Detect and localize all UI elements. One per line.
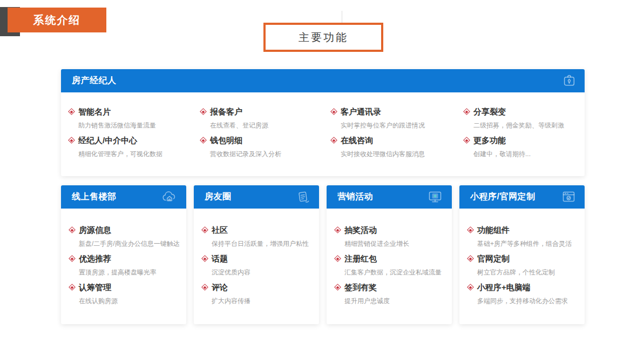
card-agent-header: 房产经纪人 xyxy=(61,69,585,92)
feature-title: 客户通讯录 xyxy=(341,106,425,117)
feature-desc: 精细营销促进企业增长 xyxy=(344,239,409,248)
diamond-bullet-icon xyxy=(467,255,474,262)
card-friends-circle-title: 房友圈 xyxy=(205,191,232,203)
feature-desc: 助力销售激活微信海量流量 xyxy=(78,121,156,130)
feature-title: 官网定制 xyxy=(477,253,555,264)
diamond-bullet-icon xyxy=(334,284,341,291)
diamond-bullet-icon xyxy=(68,108,75,115)
feature-item: 在线咨询 实时接收处理微信内客服消息 xyxy=(331,135,464,158)
feature-item: 优选推荐 置顶房源，提高楼盘曝光率 xyxy=(69,253,181,277)
feature-desc: 精细化管理客户，可视化数据 xyxy=(78,150,162,158)
card-sales-office-header: 线上售楼部 xyxy=(61,185,186,209)
feature-title: 更多功能 xyxy=(473,135,531,145)
feature-title: 功能组件 xyxy=(477,225,572,235)
section-title-box: 主要功能 xyxy=(263,23,383,52)
card-agent-title: 房产经纪人 xyxy=(72,75,117,86)
feature-title: 经纪人/中介中心 xyxy=(78,135,162,145)
diamond-bullet-icon xyxy=(200,137,207,144)
card-miniprogram: 小程序/官网定制 功能组件 基础+房产等多种组件，组 xyxy=(459,185,585,324)
feature-title: 报备客户 xyxy=(210,106,268,117)
feature-desc: 沉淀优质内容 xyxy=(212,268,250,277)
card-marketing-title: 营销活动 xyxy=(337,191,373,203)
diamond-bullet-icon xyxy=(330,108,337,115)
feature-desc: 实时掌控每位客户的跟进情况 xyxy=(341,121,425,130)
badge-icon xyxy=(562,74,576,88)
feature-item: 认筹管理 在线认购房源 xyxy=(69,282,181,305)
feature-desc: 多端同步，支持移动化办公需求 xyxy=(477,297,568,305)
card-agent-body: 智能名片 助力销售激活微信海量流量 经纪人/中介中心 精细化管理客户，可视化数据… xyxy=(61,92,585,176)
feature-desc: 扩大内容传播 xyxy=(212,297,250,305)
feature-desc: 保持平台日活跃量，增强用户粘性 xyxy=(212,239,309,248)
card-friends-circle: 房友圈 社区 保持平台日活跃量，增强用户粘性 xyxy=(194,185,319,324)
title-decor-line xyxy=(342,11,342,24)
diamond-bullet-icon xyxy=(334,226,341,233)
diamond-bullet-icon xyxy=(334,255,341,262)
cloud-house-icon xyxy=(161,190,178,204)
feature-desc: 置顶房源，提高楼盘曝光率 xyxy=(79,268,157,277)
card-agent: 房产经纪人 智能名片 助力销售激活微信海量流量 经纪人/中 xyxy=(61,69,585,176)
card-friends-circle-header: 房友圈 xyxy=(194,185,319,209)
feature-desc: 二级招募，佣金奖励、等级刺激 xyxy=(473,121,564,130)
slide-corner-tag: 系统介绍 xyxy=(8,8,106,32)
feature-item: 报备客户 在线查看、登记房源 xyxy=(200,106,331,130)
feature-item: 更多功能 创建中，敬请期待... xyxy=(464,135,579,158)
feature-desc: 创建中，敬请期待... xyxy=(473,150,531,158)
feature-desc: 在线认购房源 xyxy=(79,297,118,305)
feature-item: 分享裂变 二级招募，佣金奖励、等级刺激 xyxy=(464,106,579,130)
browser-window-icon xyxy=(561,190,576,204)
feature-title: 抽奖活动 xyxy=(344,225,409,235)
diamond-bullet-icon xyxy=(201,255,208,262)
feature-title: 注册红包 xyxy=(344,253,442,264)
card-marketing-body: 抽奖活动 精细营销促进企业增长 注册红包 汇集客户数据，沉淀企业私域流量 签到有… xyxy=(327,209,452,305)
feature-item: 房源信息 新盘/二手房/商业办公信息一键触达 xyxy=(69,225,181,248)
feature-item: 签到有奖 提升用户忠诚度 xyxy=(335,282,446,305)
feature-desc: 在线查看、登记房源 xyxy=(210,121,268,130)
card-miniprogram-header: 小程序/官网定制 xyxy=(459,185,585,209)
diamond-bullet-icon xyxy=(467,284,474,291)
diamond-bullet-icon xyxy=(69,284,76,291)
diamond-bullet-icon xyxy=(201,226,208,233)
feature-item: 钱包明细 营收数据记录及深入分析 xyxy=(200,135,331,158)
feature-item: 小程序+电脑端 多端同步，支持移动化办公需求 xyxy=(467,282,579,305)
feature-item: 官网定制 树立官方品牌，个性化定制 xyxy=(467,253,579,277)
feature-title: 智能名片 xyxy=(78,106,156,117)
feature-desc: 汇集客户数据，沉淀企业私域流量 xyxy=(344,268,442,277)
feature-desc: 实时接收处理微信内客服消息 xyxy=(341,150,425,158)
feature-title: 在线咨询 xyxy=(341,135,425,145)
feature-item: 抽奖活动 精细营销促进企业增长 xyxy=(335,225,446,248)
corner-tag-label: 系统介绍 xyxy=(33,13,81,28)
feature-item: 话题 沉淀优质内容 xyxy=(202,253,314,277)
section-title: 主要功能 xyxy=(299,30,348,45)
feature-item: 社区 保持平台日活跃量，增强用户粘性 xyxy=(202,225,314,248)
feature-title: 分享裂变 xyxy=(473,106,564,117)
feature-item: 功能组件 基础+房产等多种组件，组合灵活 xyxy=(467,225,579,248)
feature-title: 社区 xyxy=(212,225,309,235)
feature-desc: 基础+房产等多种组件，组合灵活 xyxy=(477,239,572,248)
diamond-bullet-icon xyxy=(69,226,76,233)
feature-desc: 提升用户忠诚度 xyxy=(344,297,390,305)
card-row: 线上售楼部 房源信息 新盘/二手房/商业办公信息一键触达 xyxy=(61,185,585,324)
diamond-bullet-icon xyxy=(201,284,208,291)
feature-title: 钱包明细 xyxy=(210,135,281,145)
feature-item: 客户通讯录 实时掌控每位客户的跟进情况 xyxy=(331,106,464,130)
feature-title: 小程序+电脑端 xyxy=(477,282,568,292)
card-marketing-header: 营销活动 xyxy=(327,185,452,209)
feature-title: 房源信息 xyxy=(79,225,180,235)
card-miniprogram-body: 功能组件 基础+房产等多种组件，组合灵活 官网定制 树立官方品牌，个性化定制 小… xyxy=(459,209,585,305)
feature-title: 签到有奖 xyxy=(344,282,390,292)
diamond-bullet-icon xyxy=(68,137,75,144)
feature-title: 优选推荐 xyxy=(79,253,157,264)
diamond-bullet-icon xyxy=(200,108,207,115)
feature-item: 评论 扩大内容传播 xyxy=(202,282,314,305)
feature-cards: 房产经纪人 智能名片 助力销售激活微信海量流量 经纪人/中 xyxy=(61,69,585,324)
feature-item: 经纪人/中介中心 精细化管理客户，可视化数据 xyxy=(69,135,200,158)
card-sales-office-title: 线上售楼部 xyxy=(72,191,117,203)
diamond-bullet-icon xyxy=(330,137,337,144)
diamond-bullet-icon xyxy=(463,108,470,115)
card-marketing: 营销活动 抽奖活动 精细营销促进企业增长 xyxy=(327,185,452,324)
feature-desc: 树立官方品牌，个性化定制 xyxy=(477,268,555,277)
diamond-bullet-icon xyxy=(463,137,470,144)
feature-desc: 新盘/二手房/商业办公信息一键触达 xyxy=(79,239,180,248)
monitor-tag-icon xyxy=(427,190,443,204)
card-sales-office-body: 房源信息 新盘/二手房/商业办公信息一键触达 优选推荐 置顶房源，提高楼盘曝光率… xyxy=(61,209,186,305)
